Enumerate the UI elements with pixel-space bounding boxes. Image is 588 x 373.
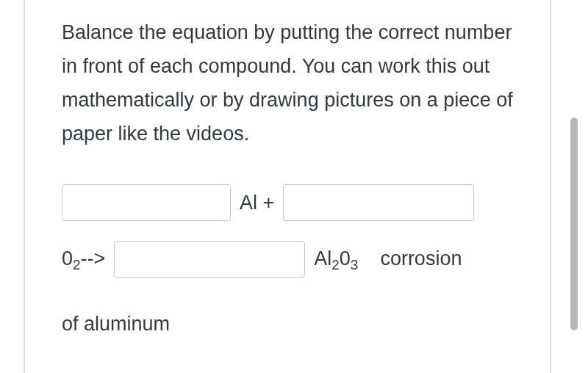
al-plus-label: Al + xyxy=(240,179,274,227)
coefficient-input-1[interactable] xyxy=(62,184,231,221)
equation-row-1: Al + xyxy=(62,179,513,227)
coefficient-input-2[interactable] xyxy=(283,184,474,221)
equation-row-3: of aluminum xyxy=(62,300,513,348)
o2-arrow-label: 02--> xyxy=(62,235,105,283)
question-instructions: Balance the equation by putting the corr… xyxy=(62,16,513,151)
scrollbar-thumb[interactable] xyxy=(570,117,578,330)
equation-row-2: 02--> Al203 corrosion xyxy=(62,235,513,283)
of-aluminum-label: of aluminum xyxy=(62,313,170,335)
coefficient-input-3[interactable] xyxy=(114,241,305,278)
corrosion-label: corrosion xyxy=(380,235,462,283)
al2o3-label: Al203 xyxy=(314,235,358,283)
question-container: Balance the equation by putting the corr… xyxy=(24,0,551,373)
equation-area: Al + 02--> Al203 corrosion of aluminum xyxy=(62,179,513,348)
